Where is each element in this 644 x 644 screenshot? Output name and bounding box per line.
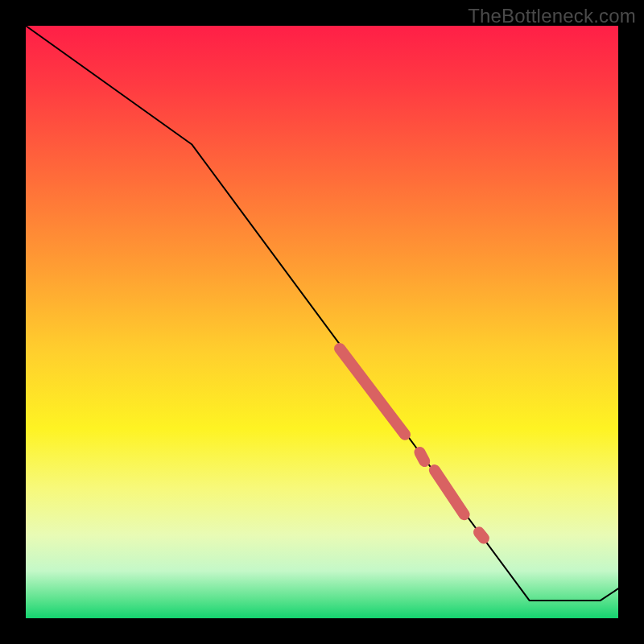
highlight-segment	[340, 349, 405, 435]
highlight-segment	[419, 452, 424, 461]
bottleneck-line	[26, 26, 618, 601]
curve-svg	[26, 26, 618, 618]
watermark-text: TheBottleneck.com	[468, 5, 636, 27]
highlight-segment	[435, 470, 464, 514]
highlight-group	[340, 349, 484, 538]
chart-frame: TheBottleneck.com	[0, 0, 644, 644]
plot-area	[26, 26, 618, 618]
highlight-segment	[479, 532, 484, 538]
